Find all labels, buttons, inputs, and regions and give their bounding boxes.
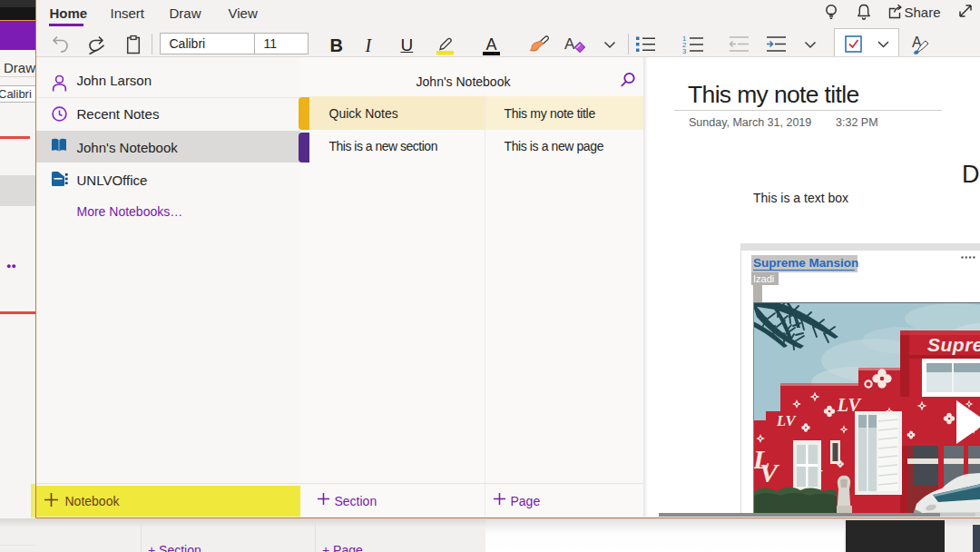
svg-text:V: V: [760, 458, 780, 488]
svg-text:A: A: [564, 35, 575, 53]
svg-text:3: 3: [682, 47, 686, 54]
svg-text:Supre: Supre: [927, 334, 980, 355]
